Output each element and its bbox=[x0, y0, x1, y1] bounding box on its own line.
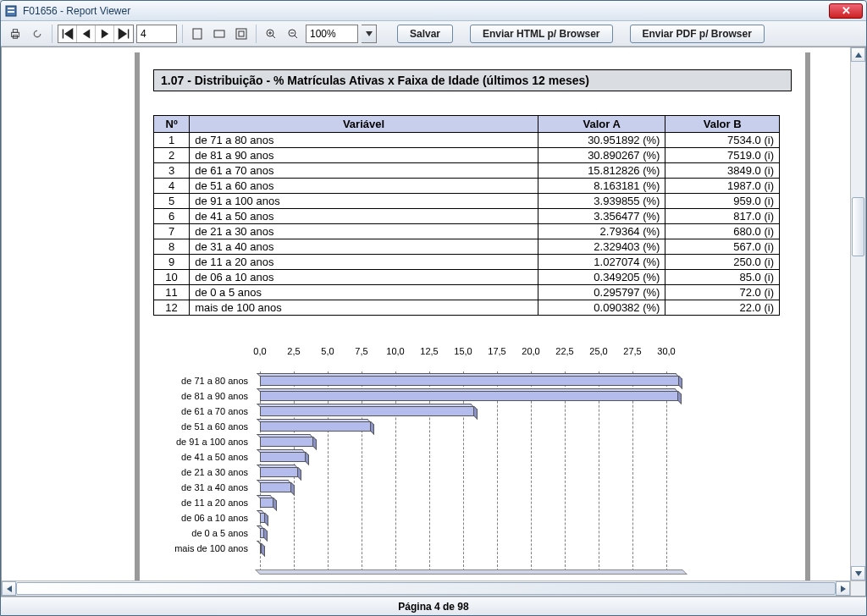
scroll-right-button[interactable] bbox=[836, 581, 850, 596]
table-row: 9de 11 a 20 anos1.027074 (%)250.0 (i) bbox=[154, 255, 780, 270]
col-header-valor-b: Valor B bbox=[665, 116, 780, 133]
chart-bar bbox=[260, 449, 306, 459]
scroll-up-button[interactable] bbox=[851, 47, 865, 62]
page-nav bbox=[58, 25, 134, 43]
chart-bar bbox=[260, 480, 291, 490]
chart-bar bbox=[260, 404, 474, 414]
chart-bar bbox=[260, 388, 678, 399]
col-header-valor-a: Valor A bbox=[538, 116, 665, 133]
svg-rect-1 bbox=[8, 8, 14, 9]
distribution-chart: 0,02,55,07,510,012,515,017,520,022,525,0… bbox=[153, 346, 780, 580]
svg-rect-7 bbox=[214, 30, 224, 37]
section-title: 1.07 - Distribuição - % Matrículas Ativa… bbox=[153, 69, 792, 91]
report-viewer: 1.07 - Distribuição - % Matrículas Ativa… bbox=[1, 47, 866, 597]
svg-rect-8 bbox=[236, 29, 246, 39]
send-html-button[interactable]: Enviar HTML p/ Browser bbox=[470, 25, 612, 43]
close-button[interactable]: ✕ bbox=[829, 3, 863, 19]
chart-bar bbox=[260, 373, 679, 383]
prev-page-button[interactable] bbox=[77, 25, 96, 42]
svg-rect-6 bbox=[193, 29, 202, 39]
chart-bar bbox=[260, 465, 298, 475]
table-row: 2de 81 a 90 anos30.890267 (%)7519.0 (i) bbox=[154, 148, 780, 163]
zoom-in-button[interactable] bbox=[262, 25, 280, 43]
title-bar: F01656 - Report Viewer ✕ bbox=[1, 1, 866, 21]
svg-rect-9 bbox=[239, 31, 244, 36]
save-button[interactable]: Salvar bbox=[397, 25, 453, 43]
zoom-level[interactable]: 100% bbox=[306, 25, 358, 43]
app-icon bbox=[4, 4, 18, 18]
table-row: 4de 51 a 60 anos8.163181 (%)1987.0 (i) bbox=[154, 179, 780, 194]
horizontal-scrollbar[interactable] bbox=[2, 580, 850, 596]
table-row: 6de 41 a 50 anos3.356477 (%)817.0 (i) bbox=[154, 209, 780, 224]
table-row: 3de 61 a 70 anos15.812826 (%)3849.0 (i) bbox=[154, 163, 780, 179]
chart-bar bbox=[260, 541, 262, 551]
vertical-scrollbar[interactable] bbox=[850, 47, 865, 580]
chart-bar bbox=[260, 510, 265, 520]
fit-page-button[interactable] bbox=[188, 25, 207, 43]
first-page-button[interactable] bbox=[58, 25, 77, 42]
table-row: 12mais de 100 anos0.090382 (%)22.0 (i) bbox=[154, 300, 780, 316]
zoom-dropdown[interactable] bbox=[362, 25, 377, 43]
fit-width-button[interactable] bbox=[210, 25, 229, 43]
svg-rect-2 bbox=[8, 11, 14, 13]
status-bar: Página 4 de 98 bbox=[1, 597, 866, 615]
table-row: 8de 31 a 40 anos2.329403 (%)567.0 (i) bbox=[154, 239, 780, 255]
refresh-button[interactable] bbox=[28, 25, 47, 43]
page-indicator: Página 4 de 98 bbox=[398, 601, 468, 613]
window-title: F01656 - Report Viewer bbox=[23, 5, 829, 17]
chart-bar bbox=[260, 419, 371, 429]
chart-bar bbox=[260, 495, 273, 505]
table-row: 7de 21 a 30 anos2.79364 (%)680.0 (i) bbox=[154, 224, 780, 239]
data-table: Nº Variável Valor A Valor B 1de 71 a 80 … bbox=[153, 115, 780, 316]
page-number-input[interactable] bbox=[136, 25, 177, 43]
send-pdf-button[interactable]: Enviar PDF p/ Browser bbox=[630, 25, 765, 43]
table-row: 5de 91 a 100 anos3.939855 (%)959.0 (i) bbox=[154, 194, 780, 209]
table-row: 1de 71 a 80 anos30.951892 (%)7534.0 (i) bbox=[154, 133, 780, 148]
scroll-left-button[interactable] bbox=[2, 581, 16, 596]
svg-rect-4 bbox=[13, 29, 17, 32]
last-page-button[interactable] bbox=[114, 25, 133, 42]
next-page-button[interactable] bbox=[96, 25, 114, 42]
col-header-var: Variável bbox=[190, 116, 538, 133]
table-row: 10de 06 a 10 anos0.349205 (%)85.0 (i) bbox=[154, 270, 780, 285]
print-button[interactable] bbox=[6, 25, 25, 43]
actual-size-button[interactable] bbox=[232, 25, 251, 43]
chart-bar bbox=[260, 525, 264, 536]
zoom-out-button[interactable] bbox=[284, 25, 302, 43]
table-row: 11de 0 a 5 anos0.295797 (%)72.0 (i) bbox=[154, 285, 780, 300]
scroll-down-button[interactable] bbox=[851, 566, 865, 580]
col-header-no: Nº bbox=[154, 116, 190, 133]
toolbar: 100% Salvar Enviar HTML p/ Browser Envia… bbox=[1, 21, 866, 47]
chart-bar bbox=[260, 434, 313, 444]
